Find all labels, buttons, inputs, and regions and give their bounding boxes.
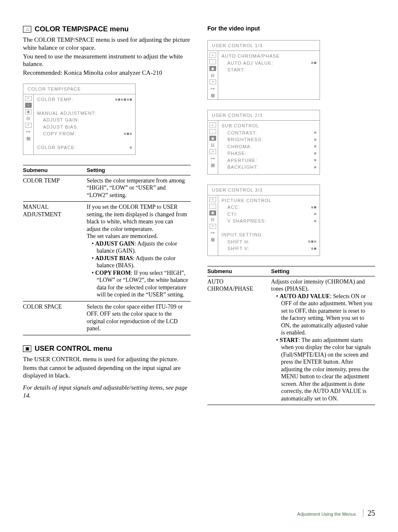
section-title-user-control: ▣ USER CONTROL menu xyxy=(23,345,191,353)
uc-p1: The USER CONTROL menu is used for adjust… xyxy=(23,355,191,363)
menu-icon-active: ▣ xyxy=(209,66,216,71)
menu-icon: ≡ xyxy=(209,197,216,202)
osd-row: AUTO ADJ VALUE: xyxy=(222,60,316,67)
color-temp-menu-icon: ∴ xyxy=(23,26,31,33)
setting-description: Selects the color space either ITU-709 o… xyxy=(87,301,191,335)
table-row: COLOR TEMPSelects the color temperature … xyxy=(23,175,191,202)
intro-p1: The COLOR TEMP/SPACE menu is used for ad… xyxy=(23,36,191,52)
menu-icon: ≡ xyxy=(25,96,32,101)
setting-description: Adjusts color intensity (CHROMA) and ton… xyxy=(271,276,375,405)
menu-icon-active: ∴ xyxy=(25,103,32,108)
menu-icon-active: ▣ xyxy=(209,136,216,141)
submenu-name: COLOR SPACE xyxy=(23,301,87,335)
osd-row: SHIFT V: xyxy=(222,245,316,252)
bullet-item: • ADJUST GAIN: Adjusts the color balance… xyxy=(87,240,188,255)
table-row: AUTO CHROMA/PHASEAdjusts color intensity… xyxy=(207,276,375,405)
osd-row: CTI: xyxy=(222,211,316,218)
value-indicator xyxy=(314,150,316,157)
right-column: For the video input USER CONTROL 1/3 ≡ ∴… xyxy=(207,25,375,414)
setting-description: Selects the color temperature from among… xyxy=(87,175,191,202)
osd-row-label: CTI: xyxy=(227,211,238,218)
osd-row: PHASE: xyxy=(222,150,316,157)
osd-row-label: BACKLIGHT: xyxy=(227,164,258,171)
osd-color-temp-space: COLOR TEMP/SPACE ≡ ∴ ▣ ⊟ ↗ ⊶ ▦ COLOR TEM… xyxy=(23,84,136,155)
value-indicator xyxy=(314,157,316,164)
osd-row-label: COPY FROM: xyxy=(43,130,76,137)
menu-icon: ∴ xyxy=(209,59,216,64)
osd-row-label: ACC: xyxy=(227,204,240,211)
value-indicator xyxy=(314,218,316,225)
osd-row: ACC: xyxy=(222,204,316,211)
osd-user-control-3: USER CONTROL 3/3 ≡ ∴ ▣ ⊟ ↗ ⊶ ▦ PICTURE C… xyxy=(207,185,320,256)
osd-row-label: AUTO ADJ VALUE: xyxy=(227,60,273,67)
osd-row-label: APERTURE: xyxy=(227,157,257,164)
bullet-item: • AUTO ADJ VALUE: Selects ON or OFF of t… xyxy=(271,293,373,337)
osd-content: AUTO CHROMA/PHASEAUTO ADJ VALUE:START: xyxy=(218,51,320,99)
osd-row-label: V SHARPNESS: xyxy=(227,218,266,225)
osd-row-label: SHIFT V: xyxy=(227,245,249,252)
intro-p2: You need to use the measurement instrume… xyxy=(23,53,191,68)
value-indicator xyxy=(314,211,316,218)
osd-row xyxy=(37,137,132,144)
osd-row-label: BRIGHTNESS: xyxy=(227,136,263,143)
th-setting: Setting xyxy=(271,266,375,276)
osd-row: V SHARPNESS: xyxy=(222,218,316,225)
osd-row: AUTO CHROMA/PHASE xyxy=(222,53,316,60)
osd-title: USER CONTROL 1/3 xyxy=(208,41,320,51)
value-indicator xyxy=(124,130,132,137)
menu-icon: ▦ xyxy=(209,93,216,98)
osd-icon-column: ≡ ∴ ▣ ⊟ ↗ ⊶ ▦ xyxy=(208,121,218,174)
th-setting: Setting xyxy=(87,165,191,175)
bullet-item: • COPY FROM: If you select “HIGH”, “LOW”… xyxy=(87,269,188,299)
menu-icon: ▦ xyxy=(209,162,216,167)
osd-row: SHIFT H: xyxy=(222,238,316,246)
osd-user-control-2: USER CONTROL 2/3 ≡ ∴ ▣ ⊟ ↗ ⊶ ▦ SUB CONTR… xyxy=(207,110,320,175)
menu-icon: ⊟ xyxy=(209,142,216,147)
intro-p3: Recommended: Konica Minolta color analyz… xyxy=(23,69,191,77)
menu-icon: ▦ xyxy=(25,136,32,141)
menu-icon: ⊟ xyxy=(25,116,32,121)
page-footer: Adjustment Using the Menus 25 xyxy=(297,509,375,518)
osd-row: MANUAL ADJUSTMENT: xyxy=(37,110,132,117)
user-control-menu-icon: ▣ xyxy=(23,345,31,352)
menu-icon: ∴ xyxy=(209,204,216,209)
value-indicator xyxy=(311,204,316,211)
osd-row: ADJUST GAIN: xyxy=(37,117,132,124)
menu-icon: ▦ xyxy=(209,237,216,242)
osd-icon-column: ≡ ∴ ▣ ⊟ ↗ ⊶ ▦ xyxy=(23,94,34,155)
submenu-name: MANUAL ADJUSTMENT xyxy=(23,202,87,301)
osd-row: BRIGHTNESS: xyxy=(222,136,316,143)
osd-row: INPUT SETTING xyxy=(222,231,316,238)
right-heading: For the video input xyxy=(207,25,375,32)
uc-p2: Items that cannot be adjusted depending … xyxy=(23,364,191,380)
th-submenu: Submenu xyxy=(23,165,87,175)
bullet-item: • START: The auto adjustment starts when… xyxy=(271,337,373,403)
bullet-item: • ADJUST BIAS: Adjusts the color balance… xyxy=(87,255,188,269)
osd-title: COLOR TEMP/SPACE xyxy=(23,84,135,94)
section-title-color-temp: ∴ COLOR TEMP/SPACE menu xyxy=(23,25,191,33)
value-indicator xyxy=(130,144,132,151)
osd-title: USER CONTROL 3/3 xyxy=(208,185,320,195)
menu-icon: ⊟ xyxy=(209,217,216,222)
osd-row-label xyxy=(37,103,39,110)
value-indicator xyxy=(314,136,316,143)
osd-row-label: INPUT SETTING xyxy=(222,231,262,238)
osd-row-label xyxy=(37,137,39,144)
value-indicator xyxy=(314,143,316,150)
osd-row: COLOR TEMP: xyxy=(37,96,132,103)
osd-row: BACKLIGHT: xyxy=(222,164,316,171)
table-row: MANUAL ADJUSTMENTIf you set the COLOR TE… xyxy=(23,202,191,301)
osd-row-label: COLOR SPACE: xyxy=(37,144,76,151)
footer-label: Adjustment Using the Menus xyxy=(297,512,356,517)
page-number: 25 xyxy=(363,509,375,517)
osd-icon-column: ≡ ∴ ▣ ⊟ ↗ ⊶ ▦ xyxy=(208,195,218,256)
menu-icon: ↗ xyxy=(25,123,32,128)
menu-icon: ↗ xyxy=(209,79,216,84)
menu-icon-active: ▣ xyxy=(209,210,216,215)
osd-row: CHROMA: xyxy=(222,143,316,150)
value-indicator xyxy=(314,129,316,137)
osd-row: COLOR SPACE: xyxy=(37,144,132,151)
menu-icon: ∴ xyxy=(209,129,216,134)
menu-icon: ≡ xyxy=(209,122,216,127)
menu-icon: ≡ xyxy=(209,53,216,58)
